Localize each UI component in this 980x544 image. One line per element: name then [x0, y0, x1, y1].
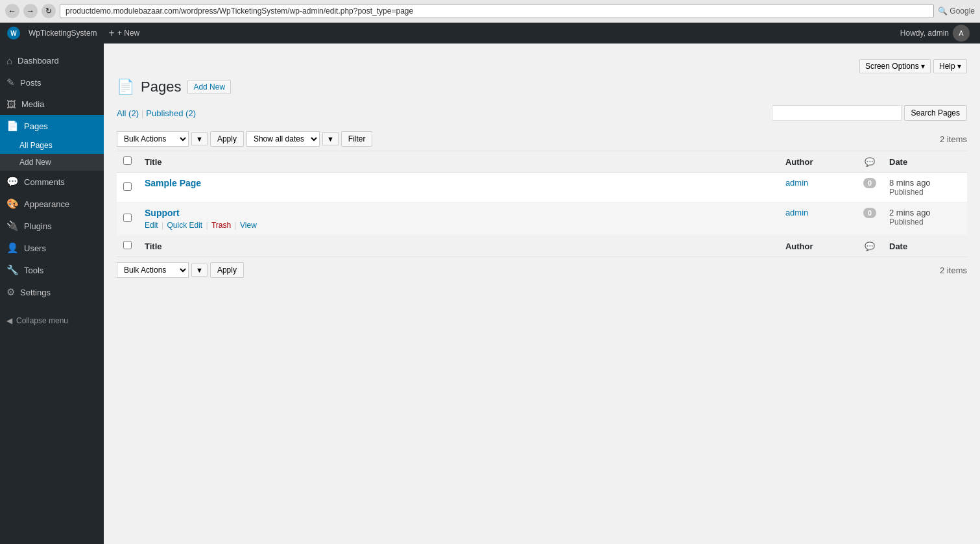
help-button[interactable]: Help ▾	[933, 59, 967, 73]
date-status-support: Published	[889, 217, 961, 227]
comments-icon: 💬	[6, 176, 19, 188]
table-header-row: Title Author 💬 Date	[117, 151, 967, 173]
date-filter-select[interactable]: Show all dates	[246, 131, 320, 147]
row-checkbox-cell-support	[117, 203, 138, 236]
bottom-items-count: 2 items	[940, 266, 967, 275]
th-date: Date	[883, 151, 967, 173]
row-checkbox-support[interactable]	[123, 214, 132, 222]
admin-bar-site-name[interactable]: WpTicketingSystem	[23, 23, 102, 43]
bulk-actions-select[interactable]: Bulk Actions Edit Move to Trash	[117, 131, 189, 147]
pages-table: Title Author 💬 Date	[117, 151, 967, 257]
tfoot-title: Title	[138, 236, 779, 257]
screen-options-button[interactable]: Screen Options ▾	[859, 59, 931, 73]
collapse-icon: ◀	[6, 316, 12, 325]
filter-button[interactable]: Filter	[341, 131, 373, 147]
page-title-support[interactable]: Support	[145, 208, 772, 218]
tfoot-author: Author	[779, 236, 857, 257]
view-link-support[interactable]: View	[240, 221, 257, 230]
collapse-menu[interactable]: ◀ Collapse menu	[0, 310, 104, 332]
trash-link-support[interactable]: Trash	[211, 221, 231, 230]
filter-links: All (2) | Published (2)	[117, 108, 196, 118]
bottom-bulk-actions-select[interactable]: Bulk Actions Edit Move to Trash	[117, 262, 189, 278]
row-checkbox-sample-page[interactable]	[123, 182, 132, 191]
top-apply-button[interactable]: Apply	[210, 131, 244, 147]
tfoot-checkbox	[117, 236, 138, 257]
author-link-sample-page[interactable]: admin	[785, 178, 808, 188]
google-search: 🔍 Google	[938, 6, 975, 16]
users-icon: 👤	[6, 242, 19, 254]
row-actions-support: Edit | Quick Edit | Trash | View	[145, 221, 772, 230]
filter-all-link[interactable]: All (2)	[117, 108, 139, 118]
sidebar-submenu-add-new[interactable]: Add New	[0, 154, 104, 171]
avatar: A	[953, 25, 970, 42]
sidebar-item-plugins[interactable]: 🔌 Plugins	[0, 215, 104, 237]
select-all-checkbox[interactable]	[123, 156, 132, 165]
tfoot-title-link[interactable]: Title	[145, 241, 162, 251]
refresh-button[interactable]: ↻	[42, 4, 56, 18]
dashboard-icon: ⌂	[6, 55, 12, 66]
tfoot-date-link[interactable]: Date	[889, 241, 907, 251]
tools-icon: 🔧	[6, 264, 19, 276]
row-action-sep-1: |	[160, 221, 167, 230]
admin-bar-right: Howdy, admin A	[895, 23, 975, 43]
date-sort-link[interactable]: Date	[889, 157, 907, 167]
wp-admin-bar: W WpTicketingSystem + + New Howdy, admin…	[0, 23, 980, 43]
bottom-apply-button[interactable]: Apply	[210, 262, 244, 278]
filter-published-link[interactable]: Published (2)	[146, 108, 196, 118]
sidebar-item-dashboard[interactable]: ⌂ Dashboard	[0, 50, 104, 71]
sidebar-item-users[interactable]: 👤 Users	[0, 237, 104, 259]
th-comments: 💬	[857, 151, 883, 173]
date-main-support: 2 mins ago	[889, 208, 961, 217]
content-area: Screen Options ▾ Help ▾ 📄 Pages Add New …	[104, 43, 980, 544]
sidebar-item-comments[interactable]: 💬 Comments	[0, 171, 104, 193]
url-bar[interactable]	[60, 4, 934, 18]
wp-logo-circle: W	[7, 27, 20, 40]
sidebar-item-tools[interactable]: 🔧 Tools	[0, 259, 104, 281]
row-comments-cell-support: 0	[857, 203, 883, 236]
back-button[interactable]: ←	[5, 4, 19, 18]
sidebar: ⌂ Dashboard ✎ Posts 🖼 Media 📄 Pages All …	[0, 43, 104, 544]
sidebar-item-settings[interactable]: ⚙ Settings	[0, 281, 104, 303]
row-action-sep-3: |	[233, 221, 240, 230]
search-input[interactable]	[772, 105, 902, 121]
row-checkbox-cell	[117, 173, 138, 203]
media-icon: 🖼	[6, 99, 16, 110]
tfoot-date: Date	[883, 236, 967, 257]
bottom-bulk-arrow[interactable]: ▼	[191, 264, 208, 277]
select-all-footer-checkbox[interactable]	[123, 241, 132, 249]
row-title-cell-sample-page: Sample Page	[138, 173, 779, 203]
th-title: Title	[138, 151, 779, 173]
date-filter-arrow[interactable]: ▼	[322, 132, 339, 145]
pages-icon: 📄	[6, 120, 19, 132]
comment-count-support: 0	[863, 208, 876, 218]
date-status-sample-page: Published	[889, 188, 961, 197]
top-items-count: 2 items	[940, 134, 967, 144]
forward-button[interactable]: →	[23, 4, 38, 18]
title-sort-link[interactable]: Title	[145, 157, 162, 167]
admin-bar-howdy[interactable]: Howdy, admin A	[895, 23, 975, 43]
bulk-actions-apply-arrow[interactable]: ▼	[191, 132, 208, 145]
page-title-sample-page[interactable]: Sample Page	[145, 178, 772, 188]
th-author: Author	[779, 151, 857, 173]
date-main-sample-page: 8 mins ago	[889, 178, 961, 188]
th-checkbox	[117, 151, 138, 173]
tfoot-comments: 💬	[857, 236, 883, 257]
filter-separator: |	[141, 108, 143, 118]
search-pages-button[interactable]: Search Pages	[904, 105, 967, 121]
screen-options-bar: Screen Options ▾ Help ▾	[117, 56, 967, 79]
sidebar-item-media[interactable]: 🖼 Media	[0, 93, 104, 115]
add-new-button[interactable]: Add New	[187, 80, 231, 94]
author-link-support[interactable]: admin	[785, 208, 808, 217]
quick-edit-link-support[interactable]: Quick Edit	[167, 221, 202, 230]
tfoot-comments-icon: 💬	[865, 241, 875, 251]
sidebar-item-pages[interactable]: 📄 Pages	[0, 115, 104, 137]
sidebar-submenu-all-pages[interactable]: All Pages	[0, 137, 104, 154]
wp-logo[interactable]: W	[5, 25, 22, 42]
row-date-cell-sample-page: 8 mins ago Published	[883, 173, 967, 203]
sidebar-item-appearance[interactable]: 🎨 Appearance	[0, 193, 104, 215]
table-row: Support Edit | Quick Edit | Trash | View	[117, 203, 967, 236]
sidebar-item-posts[interactable]: ✎ Posts	[0, 71, 104, 93]
edit-link-support[interactable]: Edit	[145, 221, 158, 230]
admin-bar-new[interactable]: + + New	[104, 23, 145, 43]
row-author-cell-support: admin	[779, 203, 857, 236]
